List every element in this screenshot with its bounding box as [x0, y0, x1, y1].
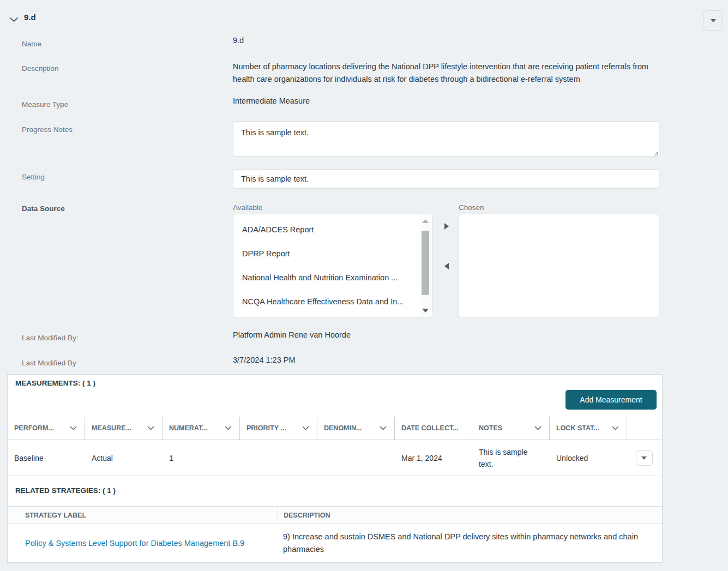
chevron-down-icon [302, 426, 309, 430]
move-to-available-button[interactable] [441, 260, 453, 272]
column-header-numerator[interactable]: NUMERAT... [163, 417, 240, 440]
chevron-down-icon [612, 426, 619, 430]
measurements-table-header: PERFORM... MEASURE... NUMERAT... PRIORIT… [8, 417, 662, 440]
available-option[interactable]: NCQA Healthcare Effectiveness Data and I… [233, 290, 419, 314]
column-header-measure[interactable]: MEASURE... [85, 417, 163, 440]
column-header-lock-status[interactable]: LOCK STAT... [550, 417, 627, 440]
measure-detail-page: 9.d Name 9.d Description Number of pharm… [0, 0, 728, 571]
last-modified-date-value: 3/7/2024 1:23 PM [233, 356, 295, 364]
triangle-left-icon [444, 263, 449, 269]
available-listbox[interactable]: ADA/ADCES Report DPRP Report National He… [233, 214, 432, 317]
column-header-actions [627, 417, 662, 440]
column-header-denominator[interactable]: DENOMIN... [317, 417, 395, 440]
chevron-down-icon [70, 426, 77, 430]
available-option[interactable]: National Health and Nutrition Examinatio… [233, 266, 419, 290]
setting-input[interactable] [233, 169, 659, 189]
measure-type-label: Measure Type [22, 100, 68, 109]
move-to-chosen-button[interactable] [441, 220, 453, 232]
chevron-down-icon [225, 426, 232, 430]
measurements-panel: MEASUREMENTS: ( 1 ) Add Measurement PERF… [7, 374, 663, 563]
scroll-up-button[interactable] [420, 215, 431, 226]
available-option[interactable]: ADA/ADCES Report [233, 218, 419, 242]
name-label: Name [22, 40, 41, 48]
column-header-performance[interactable]: PERFORM... [8, 417, 85, 440]
description-label: Description [22, 64, 59, 73]
row-menu-button[interactable] [636, 450, 653, 466]
chosen-listbox[interactable] [459, 214, 659, 317]
measurement-row: Baseline Actual 1 Mar 1, 2024 This is sa… [8, 440, 662, 476]
name-value: 9.d [233, 36, 244, 45]
last-modified-by-label: Last Modified By: [22, 334, 79, 342]
related-strategies-title: RELATED STRATEGIES: ( 1 ) [15, 486, 116, 495]
column-header-description: DESCRIPTION [278, 507, 662, 524]
listbox-scrollbar[interactable] [420, 215, 431, 316]
setting-label: Setting [22, 173, 45, 181]
cell-performance: Baseline [8, 452, 85, 464]
chosen-list-label: Chosen [459, 203, 484, 212]
strategy-description: 9) Increase and sustain DSMES and Nation… [278, 531, 662, 556]
add-measurement-button[interactable]: Add Measurement [565, 390, 657, 410]
chevron-down-icon [534, 426, 542, 430]
available-list-label: Available [233, 203, 263, 212]
scrollbar-thumb[interactable] [422, 231, 429, 295]
column-header-date-collected[interactable]: DATE COLLECT... [395, 417, 472, 440]
data-source-label: Data Source [22, 205, 65, 213]
last-modified-by-value: Platform Admin Rene van Hoorde [233, 330, 351, 339]
available-option[interactable]: DPRP Report [233, 242, 419, 266]
cell-notes: This is sample text. [472, 446, 550, 470]
caret-down-icon [641, 456, 647, 460]
strategy-link[interactable]: Policy & Systems Level Support for Diabe… [25, 539, 244, 548]
progress-notes-label: Progress Notes [22, 125, 73, 134]
measurements-title: MEASUREMENTS: ( 1 ) [15, 379, 95, 387]
collapse-chevron-icon[interactable] [9, 15, 19, 25]
progress-notes-textarea[interactable]: This is sample text. [233, 121, 659, 157]
triangle-down-icon [422, 309, 429, 312]
column-header-notes[interactable]: NOTES [472, 417, 550, 440]
strategy-row: Policy & Systems Level Support for Diabe… [8, 524, 662, 562]
section-title: 9.d [24, 13, 36, 22]
cell-numerator: 1 [163, 452, 240, 464]
last-modified-date-label: Last Modified By [22, 359, 76, 367]
scroll-down-button[interactable] [420, 305, 431, 316]
strategies-table-header: STRATEGY LABEL DESCRIPTION [8, 506, 662, 524]
column-header-strategy-label: STRATEGY LABEL [8, 507, 278, 524]
cell-date-collected: Mar 1, 2024 [395, 452, 472, 464]
chevron-down-icon [147, 426, 154, 430]
chevron-down-icon [380, 426, 387, 430]
column-header-priority[interactable]: PRIORITY ... [240, 417, 317, 440]
description-value: Number of pharmacy locations delivering … [233, 61, 664, 86]
section-menu-button[interactable] [703, 10, 723, 31]
caret-down-icon [711, 19, 716, 22]
measure-type-value: Intermediate Measure [233, 97, 310, 105]
triangle-up-icon [422, 219, 429, 223]
cell-lock-status: Unlocked [550, 452, 627, 464]
triangle-right-icon [444, 223, 449, 230]
cell-measure: Actual [85, 452, 163, 464]
